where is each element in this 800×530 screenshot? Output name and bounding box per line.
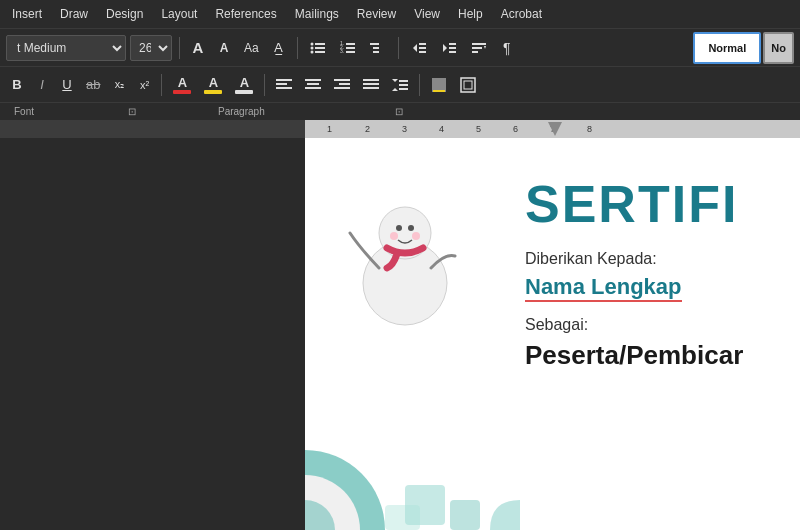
align-left-btn[interactable] — [271, 72, 297, 98]
svg-rect-25 — [472, 51, 478, 53]
cert-sebagai-label: Sebagai: — [525, 316, 780, 334]
menu-mailings[interactable]: Mailings — [287, 5, 347, 23]
menu-design[interactable]: Design — [98, 5, 151, 23]
ruler-mark-1: 1 — [327, 124, 332, 134]
subscript-btn[interactable]: x₂ — [108, 72, 130, 98]
bold-btn[interactable]: B — [6, 72, 28, 98]
multilevel-list-btn[interactable] — [365, 35, 391, 61]
menu-draw[interactable]: Draw — [52, 5, 96, 23]
decrease-indent-btn[interactable] — [406, 35, 432, 61]
sort-btn[interactable] — [466, 35, 492, 61]
cert-role: Peserta/Pembicar — [525, 340, 780, 371]
svg-rect-17 — [419, 47, 426, 49]
svg-rect-33 — [334, 79, 350, 81]
svg-rect-47 — [464, 81, 472, 89]
separator2 — [297, 37, 298, 59]
ruler-mark-8: 8 — [587, 124, 592, 134]
justify-btn[interactable] — [358, 72, 384, 98]
svg-rect-27 — [276, 79, 292, 81]
certificate-content: SERTIFI Diberikan Kepada: Nama Lengkap S… — [305, 138, 800, 530]
svg-rect-13 — [373, 47, 379, 49]
svg-point-53 — [408, 225, 414, 231]
svg-marker-15 — [413, 44, 417, 52]
font-select[interactable]: t Medium — [6, 35, 126, 61]
no-spacing-style-btn[interactable]: No — [763, 32, 794, 64]
svg-text:3.: 3. — [340, 48, 344, 54]
underline-btn[interactable]: U — [56, 72, 78, 98]
svg-rect-43 — [399, 88, 408, 90]
svg-rect-9 — [346, 47, 355, 49]
separator6 — [419, 74, 420, 96]
highlight-color-btn[interactable]: A — [199, 72, 227, 98]
cert-nama: Nama Lengkap — [525, 274, 682, 302]
align-right-btn[interactable] — [329, 72, 355, 98]
shading-btn[interactable] — [426, 72, 452, 98]
svg-marker-26 — [484, 46, 486, 49]
change-case-btn[interactable]: Aa — [239, 35, 264, 61]
svg-rect-38 — [363, 87, 379, 89]
document-page[interactable]: SERTIFI Diberikan Kepada: Nama Lengkap S… — [305, 138, 800, 530]
separator3 — [398, 37, 399, 59]
toolbar-row2: B I U ab x₂ x² A A A — [0, 66, 800, 102]
cert-header-area: SERTIFI Diberikan Kepada: Nama Lengkap S… — [325, 168, 780, 371]
ruler-mark-4: 4 — [439, 124, 444, 134]
paragraph-group-label: Paragraph — [210, 106, 295, 117]
font-color2-btn[interactable]: A — [230, 72, 258, 98]
font-size-select[interactable]: 26 — [130, 35, 172, 61]
svg-marker-39 — [392, 79, 398, 82]
svg-rect-59 — [385, 505, 420, 530]
svg-rect-20 — [449, 43, 456, 45]
svg-rect-24 — [472, 47, 482, 49]
font-group-expand[interactable]: ⊡ — [128, 106, 136, 117]
align-center-btn[interactable] — [300, 72, 326, 98]
increase-indent-btn[interactable] — [436, 35, 462, 61]
superscript-btn[interactable]: x² — [133, 72, 155, 98]
italic-btn[interactable]: I — [31, 72, 53, 98]
svg-rect-16 — [419, 43, 426, 45]
menu-view[interactable]: View — [406, 5, 448, 23]
svg-rect-32 — [305, 87, 321, 89]
svg-marker-40 — [392, 88, 398, 91]
menu-help[interactable]: Help — [450, 5, 491, 23]
svg-rect-12 — [370, 43, 379, 45]
cert-name-container: Nama Lengkap — [525, 274, 780, 316]
menu-acrobat[interactable]: Acrobat — [493, 5, 550, 23]
menu-review[interactable]: Review — [349, 5, 404, 23]
strikethrough-btn[interactable]: ab — [81, 72, 105, 98]
menu-insert[interactable]: Insert — [4, 5, 50, 23]
border-btn[interactable] — [455, 72, 481, 98]
svg-point-51 — [412, 232, 420, 240]
paragraph-group-expand[interactable]: ⊡ — [395, 106, 403, 117]
grow-font-btn[interactable]: A — [187, 35, 209, 61]
ruler-mark-3: 3 — [402, 124, 407, 134]
ruler[interactable]: 1 2 3 4 5 6 7 8 — [0, 120, 800, 138]
svg-rect-28 — [276, 83, 287, 85]
ruler-mark-6: 6 — [513, 124, 518, 134]
svg-rect-7 — [346, 43, 355, 45]
cert-bottom-decoration — [305, 445, 520, 530]
toolbar-row1: t Medium 26 A A Aa A̲ 1.2.3. ¶ Normal No — [0, 28, 800, 66]
styles-area: Normal No — [693, 29, 794, 67]
numbered-list-btn[interactable]: 1.2.3. — [335, 35, 361, 61]
show-paragraph-btn[interactable]: ¶ — [496, 35, 518, 61]
clear-format-btn[interactable]: A̲ — [268, 35, 290, 61]
svg-marker-19 — [443, 44, 447, 52]
svg-rect-46 — [461, 78, 475, 92]
svg-rect-37 — [363, 83, 379, 85]
cert-illustration — [325, 168, 505, 332]
ruler-mark-2: 2 — [365, 124, 370, 134]
font-color-btn[interactable]: A — [168, 72, 196, 98]
bullet-list-btn[interactable] — [305, 35, 331, 61]
svg-rect-41 — [399, 80, 408, 82]
menu-layout[interactable]: Layout — [153, 5, 205, 23]
separator4 — [161, 74, 162, 96]
shrink-font-btn[interactable]: A — [213, 35, 235, 61]
svg-point-2 — [310, 46, 313, 49]
svg-rect-34 — [339, 83, 350, 85]
normal-style-btn[interactable]: Normal — [693, 32, 761, 64]
svg-rect-5 — [315, 51, 325, 53]
cert-title: SERTIFI — [525, 178, 780, 230]
menu-references[interactable]: References — [207, 5, 284, 23]
line-spacing-btn[interactable] — [387, 72, 413, 98]
svg-rect-3 — [315, 47, 325, 49]
